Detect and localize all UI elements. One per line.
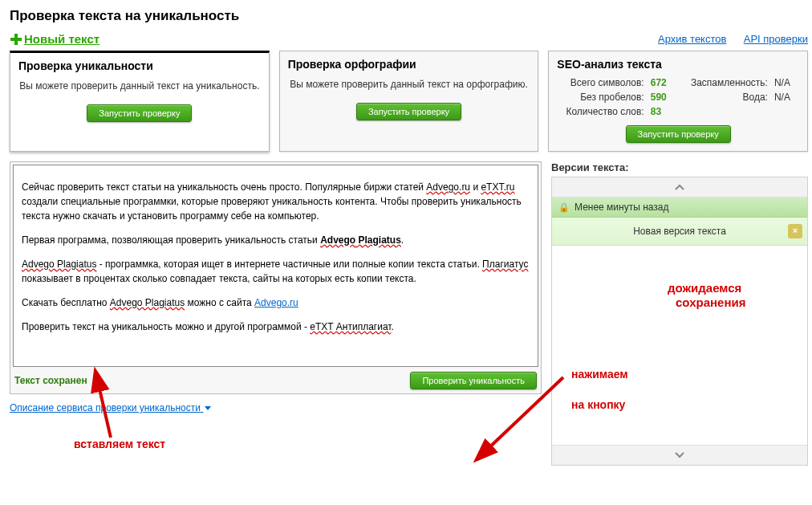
editor-area: Сейчас проверить текст статьи на уникаль… bbox=[10, 161, 542, 394]
seo-total-chars-value: 672 bbox=[651, 77, 676, 88]
plus-icon bbox=[10, 33, 22, 46]
seo-water-label: Вода: bbox=[682, 92, 768, 103]
seo-words-value: 83 bbox=[651, 106, 676, 117]
seo-total-chars-label: Всего символов: bbox=[557, 77, 644, 88]
versions-scroll-up[interactable] bbox=[552, 177, 807, 198]
run-seo-button[interactable]: Запустить проверку bbox=[626, 125, 731, 143]
seo-spam-label: Заспамленность: bbox=[682, 77, 768, 88]
check-uniqueness-button[interactable]: Проверить уникальность bbox=[410, 372, 537, 389]
page-title: Проверка текста на уникальность bbox=[10, 8, 808, 24]
seo-spam-value: N/A bbox=[774, 77, 799, 88]
versions-scroll-down[interactable] bbox=[552, 445, 807, 465]
svg-rect-1 bbox=[10, 38, 22, 41]
chevron-down-icon bbox=[674, 452, 685, 458]
service-description-link[interactable]: Описание сервиса проверки уникальности bbox=[10, 402, 211, 413]
version-close-button[interactable]: × bbox=[788, 224, 802, 238]
archive-link[interactable]: Архив текстов bbox=[658, 33, 726, 45]
chevron-up-icon bbox=[674, 184, 685, 190]
tab-spelling[interactable]: Проверка орфографии Вы можете проверить … bbox=[279, 51, 539, 152]
run-uniqueness-button[interactable]: Запустить проверку bbox=[87, 104, 192, 122]
lock-icon: 🔒 bbox=[558, 202, 570, 213]
top-links: Архив текстов API проверки bbox=[658, 33, 808, 45]
text-editor[interactable]: Сейчас проверить текст статьи на уникаль… bbox=[14, 165, 538, 366]
seo-words-label: Количество слов: bbox=[557, 106, 644, 117]
seo-nospaces-value: 590 bbox=[651, 92, 676, 103]
tab-uniqueness[interactable]: Проверка уникальности Вы можете проверит… bbox=[10, 51, 270, 152]
seo-water-value: N/A bbox=[774, 92, 799, 103]
new-text-link[interactable]: Новый текст bbox=[10, 32, 99, 46]
new-text-label: Новый текст bbox=[24, 32, 99, 46]
tab-spelling-title: Проверка орфографии bbox=[288, 58, 530, 71]
tab-uniqueness-desc: Вы можете проверить данный текст на уник… bbox=[18, 80, 261, 92]
tab-seo-title: SEO-анализ текста bbox=[557, 58, 799, 71]
versions-title: Версии текста: bbox=[551, 161, 808, 173]
advego-link[interactable]: Advego.ru bbox=[254, 297, 298, 308]
api-link[interactable]: API проверки bbox=[744, 33, 808, 45]
tab-seo[interactable]: SEO-анализ текста Всего символов: 672 За… bbox=[548, 51, 808, 152]
chevron-down-icon bbox=[205, 406, 211, 410]
version-item[interactable]: 🔒 Менее минуты назад Новая версия текста… bbox=[552, 198, 807, 246]
seo-stats: Всего символов: 672 Заспамленность: N/A … bbox=[557, 77, 799, 117]
version-time: Менее минуты назад bbox=[574, 202, 669, 213]
run-spelling-button[interactable]: Запустить проверку bbox=[356, 103, 461, 120]
tab-uniqueness-title: Проверка уникальности bbox=[18, 59, 261, 72]
versions-list: 🔒 Менее минуты назад Новая версия текста… bbox=[551, 177, 808, 466]
seo-nospaces-label: Без пробелов: bbox=[557, 92, 644, 103]
saved-status: Текст сохранен bbox=[14, 375, 87, 386]
tab-spelling-desc: Вы можете проверить данный текст на орфо… bbox=[288, 79, 530, 90]
version-title: Новая версия текста bbox=[633, 226, 726, 237]
